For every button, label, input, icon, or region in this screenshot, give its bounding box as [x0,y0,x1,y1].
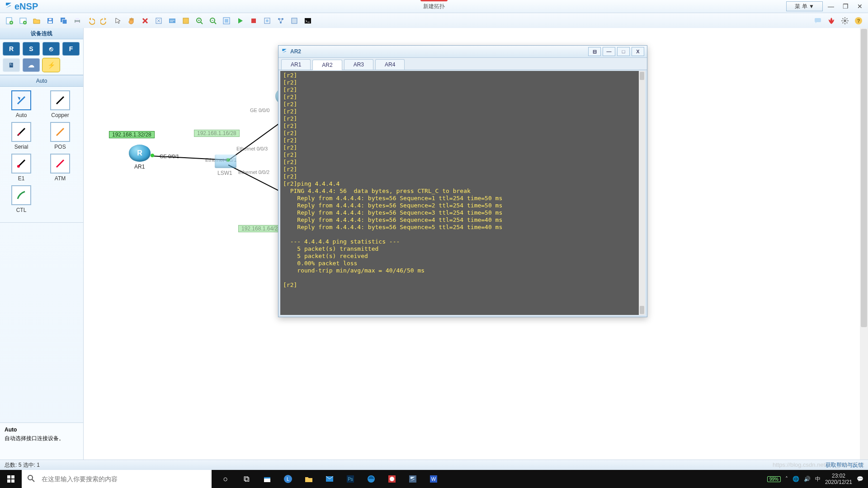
cli-max-button[interactable]: □ [617,47,630,56]
cli-tool[interactable] [302,15,314,27]
link-e1[interactable]: E1 [2,154,41,182]
save-button[interactable] [44,15,56,27]
cat-cloud-icon[interactable]: ☁ [23,58,40,72]
capture-button[interactable] [261,15,273,27]
text-tool[interactable] [166,15,178,27]
zoom-in-button[interactable] [193,15,205,27]
settings-icon[interactable] [839,15,851,27]
link-auto[interactable]: Auto [2,90,41,118]
cli-tabs: AR1 AR2 AR3 AR4 [278,58,647,70]
link-atm[interactable]: ATM [41,154,80,182]
link-ctl-label: CTL [16,207,27,213]
save-as-button[interactable] [58,15,70,27]
close-button[interactable]: ✕ [854,2,866,11]
minimize-button[interactable]: — [825,2,837,11]
chat-icon[interactable] [812,15,824,27]
link-serial[interactable]: Serial [2,122,41,150]
open-button[interactable] [31,15,42,27]
link-pos[interactable]: POS [41,122,80,150]
svg-rect-33 [11,475,14,479]
start-button[interactable] [0,470,22,488]
stop-button[interactable] [248,15,259,27]
zoom-fit-button[interactable] [221,15,232,27]
cat-firewall-icon[interactable]: F [62,42,80,56]
link-copper[interactable]: Copper [41,90,80,118]
task-app1[interactable]: L [278,470,298,488]
tray-up-icon[interactable]: ˄ [785,476,788,482]
task-app2[interactable] [382,470,402,488]
maximize-button[interactable]: ❐ [839,2,852,11]
redo-button[interactable] [99,15,110,27]
device-ar1[interactable] [129,145,151,162]
cli-tab-ar3[interactable]: AR3 [344,59,373,70]
task-taskview[interactable]: ⧉ [236,470,257,488]
device-lsw1[interactable] [215,155,236,168]
tray-ime[interactable]: 中 [815,475,821,483]
cli-window[interactable]: AR2 ⊟ — □ X AR1 AR2 AR3 AR4 [r2] [r2] [r… [278,45,647,317]
select-tool[interactable] [112,15,124,27]
delete-tool[interactable] [139,15,151,27]
task-ps[interactable]: Ps [340,470,361,488]
cli-tab-ar4[interactable]: AR4 [375,59,405,70]
task-word[interactable]: W [423,470,444,488]
cli-title: AR2 [290,48,301,55]
task-ensp[interactable] [402,470,423,488]
app-name: eNSP [14,1,38,12]
task-explorer[interactable] [298,470,319,488]
svg-rect-11 [75,22,79,23]
new-topo-button[interactable] [4,15,15,27]
cli-output: [r2] [r2] [r2] [r2] [r2] [r2] [r2] [r2] … [283,72,638,314]
palette-tool[interactable] [180,15,192,27]
taskbar-search[interactable] [22,470,212,488]
cat-router-icon[interactable]: R [3,42,20,56]
cli-tab-ar2[interactable]: AR2 [312,60,342,70]
port-lsw1 [226,158,230,162]
cli-body[interactable]: [r2] [r2] [r2] [r2] [r2] [r2] [r2] [r2] … [280,71,645,315]
task-mail[interactable] [319,470,340,488]
topo-tool[interactable] [275,15,287,27]
undo-button[interactable] [85,15,97,27]
link-ctl[interactable]: CTL [2,185,41,213]
task-cortana[interactable]: ○ [215,470,236,488]
cli-min-button[interactable]: — [603,47,615,56]
start-button[interactable] [234,15,246,27]
status-help-link[interactable]: 获取帮助与反馈 [826,461,863,469]
task-store[interactable] [257,470,278,488]
cli-tab-ar1[interactable]: AR1 [281,59,311,70]
cat-pc-icon[interactable]: 🖥 [3,58,20,72]
net-label-5[interactable]: 192.168.1.64/28 [238,225,284,232]
tray-sound-icon[interactable]: 🔊 [804,476,811,482]
svg-rect-35 [11,479,14,483]
cat-wlan-icon[interactable]: ⎋ [42,42,60,56]
tray-notif-icon[interactable]: 💬 [857,476,863,482]
battery-icon[interactable]: 99% [767,476,781,482]
cli-pin-button[interactable]: ⊟ [588,47,601,56]
tray-net-icon[interactable]: 🌐 [793,476,799,482]
main-menu-label: 菜 单 [795,3,807,9]
cat-switch-icon[interactable]: S [23,42,40,56]
main-menu-button[interactable]: 菜 单 ▼ [786,1,823,11]
clear-tool[interactable] [153,15,165,27]
help-icon[interactable]: ? [853,15,864,27]
svg-rect-27 [815,18,821,22]
main-area: 设备连线 R S ⎋ F 🖥 ☁ ⚡ Auto Auto Copper Seri… [0,28,868,470]
canvas-v-scrollbar[interactable] [860,28,868,462]
net-label-2[interactable]: 192.168.1.16/28 [194,130,240,137]
cat-link-icon[interactable]: ⚡ [42,58,60,72]
cli-scrollbar[interactable] [639,71,645,315]
zoom-out-button[interactable] [207,15,219,27]
tray-clock[interactable]: 23:02 2020/12/21 [825,473,852,485]
print-button[interactable] [71,15,83,27]
pan-tool[interactable] [126,15,137,27]
huawei-icon[interactable] [826,15,837,27]
cli-close-button[interactable]: X [632,47,644,56]
net-label-1[interactable]: 192.168.1.32/28 [109,131,155,138]
cli-titlebar[interactable]: AR2 ⊟ — □ X [278,46,647,58]
new-project-button[interactable] [17,15,29,27]
topology-canvas[interactable]: 192.168.1.32/28 192.168.1.16/28 192.168.… [84,28,868,470]
grid-tool[interactable] [288,15,300,27]
svg-point-28 [844,19,846,22]
task-edge[interactable] [361,470,382,488]
search-input[interactable] [41,475,212,483]
task-icons: ○ ⧉ L Ps W [215,470,444,488]
